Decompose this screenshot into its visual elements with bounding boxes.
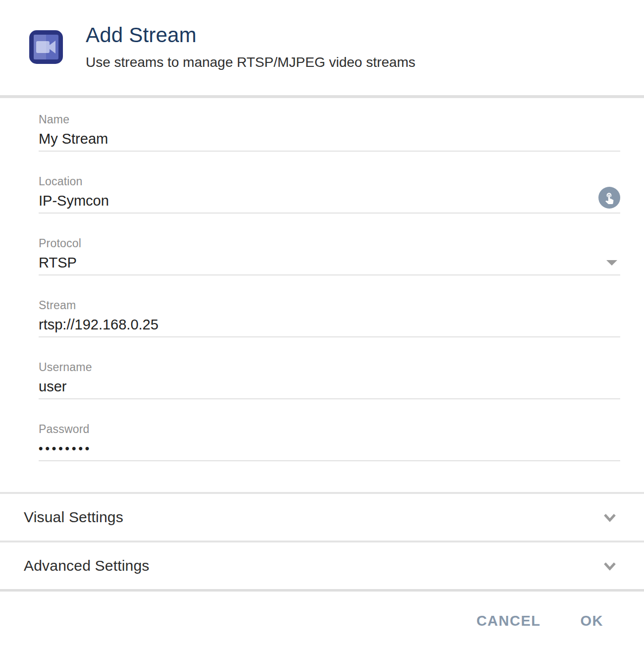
visual-settings-section[interactable]: Visual Settings <box>0 494 644 541</box>
location-input[interactable] <box>39 192 620 210</box>
header-text: Add Stream Use streams to manage RTSP/MJ… <box>86 24 416 71</box>
video-camera-icon <box>29 30 63 64</box>
stream-form: Name Location Protocol Stream Username <box>39 98 620 492</box>
form-bottom-spacer <box>39 461 620 492</box>
protocol-field-label: Protocol <box>39 237 620 250</box>
location-field-label: Location <box>39 175 620 188</box>
password-field-group: Password <box>39 423 620 461</box>
stream-url-input[interactable] <box>39 316 620 333</box>
page-title: Add Stream <box>86 24 416 47</box>
location-field-group: Location <box>39 175 620 214</box>
touch-icon <box>603 191 616 204</box>
username-input[interactable] <box>39 378 620 395</box>
protocol-field-group: Protocol <box>39 237 620 275</box>
page-subtitle: Use streams to manage RTSP/MJPEG video s… <box>86 54 416 71</box>
dropdown-arrow-icon[interactable] <box>606 260 617 266</box>
name-field-label: Name <box>39 113 620 126</box>
name-field-group: Name <box>39 113 620 152</box>
password-input[interactable] <box>39 439 620 457</box>
username-field-group: Username <box>39 361 620 399</box>
password-field-label: Password <box>39 423 620 435</box>
advanced-settings-section[interactable]: Advanced Settings <box>0 542 644 589</box>
advanced-settings-label: Advanced Settings <box>24 557 150 574</box>
dialog-header: Add Stream Use streams to manage RTSP/MJ… <box>0 0 644 95</box>
protocol-select[interactable] <box>39 254 620 271</box>
ok-button[interactable]: OK <box>571 606 614 636</box>
stream-field-group: Stream <box>39 299 620 337</box>
username-field-label: Username <box>39 361 620 374</box>
chevron-down-icon[interactable] <box>601 509 618 526</box>
location-picker-button[interactable] <box>598 187 620 209</box>
stream-field-label: Stream <box>39 299 620 312</box>
visual-settings-label: Visual Settings <box>24 509 123 526</box>
name-input[interactable] <box>39 130 620 148</box>
chevron-down-icon[interactable] <box>601 557 618 574</box>
add-stream-dialog: Add Stream Use streams to manage RTSP/MJ… <box>0 0 644 650</box>
cancel-button[interactable]: CANCEL <box>467 606 551 636</box>
dialog-footer: CANCEL OK <box>0 592 644 650</box>
